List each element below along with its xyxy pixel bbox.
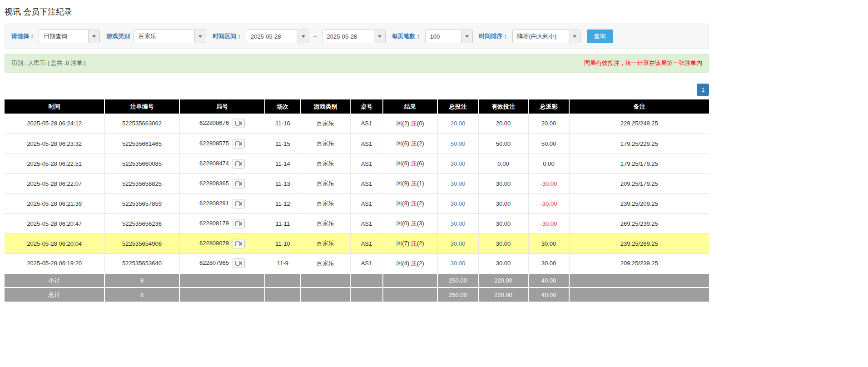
date-from-input[interactable]: 2025-05-28 bbox=[246, 30, 309, 43]
result-player-value: (8) bbox=[402, 200, 409, 207]
video-replay-icon bbox=[235, 241, 242, 246]
cell-result: 闲(6) 庄(2) bbox=[383, 134, 437, 154]
cell-result: 闲(4) 庄(2) bbox=[383, 253, 437, 273]
total-bet-link[interactable]: 30.00 bbox=[451, 220, 466, 227]
cell-valid-bet: 20.00 bbox=[478, 114, 528, 134]
cell-result: 闲(2) 庄(0) bbox=[383, 114, 437, 134]
result-banker-label: 庄 bbox=[411, 140, 417, 147]
total-bet-link[interactable]: 30.00 bbox=[451, 260, 466, 267]
round-detail-icon[interactable] bbox=[233, 199, 245, 208]
cell-bet-id: 522535661465 bbox=[104, 134, 179, 154]
video-replay-icon bbox=[235, 201, 242, 206]
footer-count: 8 bbox=[104, 288, 179, 302]
result-banker-label: 庄 bbox=[411, 200, 417, 207]
search-button[interactable]: 查询 bbox=[587, 30, 613, 43]
cell-payout: -30.00 bbox=[528, 213, 569, 233]
page-title: 视讯 会员下注纪录 bbox=[5, 6, 709, 17]
cell-bet-id: 522535656236 bbox=[104, 213, 179, 233]
footer-empty bbox=[383, 273, 437, 288]
chevron-down-icon[interactable] bbox=[298, 30, 309, 43]
query-type-select[interactable]: 日期查询 bbox=[39, 30, 100, 43]
cell-total-bet: 20.00 bbox=[437, 114, 478, 134]
cell-result: 闲(0) 庄(3) bbox=[383, 213, 437, 233]
chevron-down-icon[interactable] bbox=[461, 30, 472, 43]
cell-table-no: AS1 bbox=[350, 114, 383, 134]
footer-payout: 40.00 bbox=[528, 288, 569, 302]
notice-text: 同局有效投注，统一计算在该局第一张注单内 bbox=[584, 59, 702, 67]
cell-note: 179.25/229.25 bbox=[569, 134, 709, 154]
cell-valid-bet: 0.00 bbox=[478, 154, 528, 174]
cell-table-no: AS1 bbox=[350, 213, 383, 233]
cell-time: 2025-05-28 06:19:20 bbox=[5, 253, 104, 273]
cell-time: 2025-05-28 06:20:47 bbox=[5, 213, 104, 233]
cell-total-bet: 50.00 bbox=[437, 134, 478, 154]
cell-valid-bet: 30.00 bbox=[478, 193, 528, 213]
total-bet-link[interactable]: 30.00 bbox=[451, 200, 466, 207]
round-detail-icon[interactable] bbox=[233, 179, 245, 188]
table-row: 2025-05-28 06:24:12522535663062622808676… bbox=[5, 114, 709, 134]
cell-bet-id: 522535657859 bbox=[104, 193, 179, 213]
cell-bet-id: 522535663062 bbox=[104, 114, 179, 134]
footer-valid-bet: 220.00 bbox=[478, 273, 528, 288]
cell-table-no: AS1 bbox=[350, 233, 383, 253]
round-id-value: 622808676 bbox=[199, 119, 229, 126]
game-type-select[interactable]: 百家乐 bbox=[134, 30, 206, 43]
result-banker-label: 庄 bbox=[411, 220, 417, 227]
date-to-value: 2025-05-28 bbox=[322, 30, 374, 43]
round-detail-icon[interactable] bbox=[233, 139, 245, 149]
page-size-select[interactable]: 100 bbox=[425, 30, 473, 43]
cell-time: 2025-05-28 06:23:32 bbox=[5, 134, 104, 154]
cell-session: 11-12 bbox=[265, 193, 301, 213]
round-detail-icon[interactable] bbox=[233, 219, 245, 228]
footer-total-bet: 250.00 bbox=[437, 288, 478, 302]
page-size-value: 100 bbox=[426, 30, 461, 43]
cell-time: 2025-05-28 06:24:12 bbox=[5, 114, 104, 134]
page-button-1[interactable]: 1 bbox=[697, 84, 709, 96]
table-row: 2025-05-28 06:22:07522535658825622808365… bbox=[5, 174, 709, 193]
footer-label: 总计 bbox=[5, 288, 104, 302]
round-detail-icon[interactable] bbox=[233, 119, 245, 128]
total-bet-link[interactable]: 30.00 bbox=[451, 240, 466, 247]
total-bet-link[interactable]: 50.00 bbox=[451, 140, 466, 147]
sort-order-select[interactable]: 降幂(由大到小) bbox=[512, 30, 580, 43]
cell-payout: 50.00 bbox=[528, 134, 569, 154]
cell-round-id: 622807965 bbox=[179, 253, 265, 273]
cell-session: 11-16 bbox=[265, 114, 301, 134]
cell-round-id: 622808079 bbox=[179, 233, 265, 253]
round-id-value: 622808179 bbox=[199, 219, 229, 226]
cell-bet-id: 522535660085 bbox=[104, 154, 179, 174]
cell-game-type: 百家乐 bbox=[301, 193, 350, 213]
footer-empty bbox=[265, 273, 301, 288]
cell-session: 11-13 bbox=[265, 174, 301, 193]
result-player-label: 闲 bbox=[396, 200, 402, 207]
total-bet-link[interactable]: 30.00 bbox=[451, 180, 466, 187]
round-detail-icon[interactable] bbox=[233, 159, 245, 169]
table-row: 2025-05-28 06:21:39522535657859622808291… bbox=[5, 193, 709, 213]
date-to-input[interactable]: 2025-05-28 bbox=[322, 30, 386, 43]
round-id-value: 622808291 bbox=[199, 199, 229, 206]
date-from-value: 2025-05-28 bbox=[246, 30, 298, 43]
round-id-value: 622808575 bbox=[199, 139, 229, 146]
cell-time: 2025-05-28 06:20:04 bbox=[5, 233, 104, 253]
chevron-down-icon[interactable] bbox=[88, 30, 99, 43]
result-player-value: (0) bbox=[402, 220, 409, 227]
round-detail-icon[interactable] bbox=[233, 258, 245, 268]
footer-empty bbox=[301, 288, 350, 302]
chevron-down-icon[interactable] bbox=[374, 30, 385, 43]
column-header: 结果 bbox=[383, 99, 437, 114]
cell-total-bet: 30.00 bbox=[437, 174, 478, 193]
result-banker-value: (2) bbox=[417, 200, 424, 207]
cell-valid-bet: 30.00 bbox=[478, 174, 528, 193]
footer-empty bbox=[383, 288, 437, 302]
cell-session: 11-11 bbox=[265, 213, 301, 233]
cell-game-type: 百家乐 bbox=[301, 154, 350, 174]
total-bet-link[interactable]: 20.00 bbox=[451, 120, 466, 127]
page-container: 视讯 会员下注纪录 请选择： 日期查询 游戏类别 百家乐 时间区间： 2025-… bbox=[0, 0, 714, 315]
cell-game-type: 百家乐 bbox=[301, 213, 350, 233]
round-detail-icon[interactable] bbox=[233, 239, 245, 248]
chevron-down-icon[interactable] bbox=[569, 30, 580, 43]
game-type-label: 游戏类别 bbox=[106, 32, 130, 40]
chevron-down-icon[interactable] bbox=[194, 30, 206, 43]
total-bet-link[interactable]: 30.00 bbox=[451, 160, 466, 167]
result-player-label: 闲 bbox=[396, 240, 402, 247]
